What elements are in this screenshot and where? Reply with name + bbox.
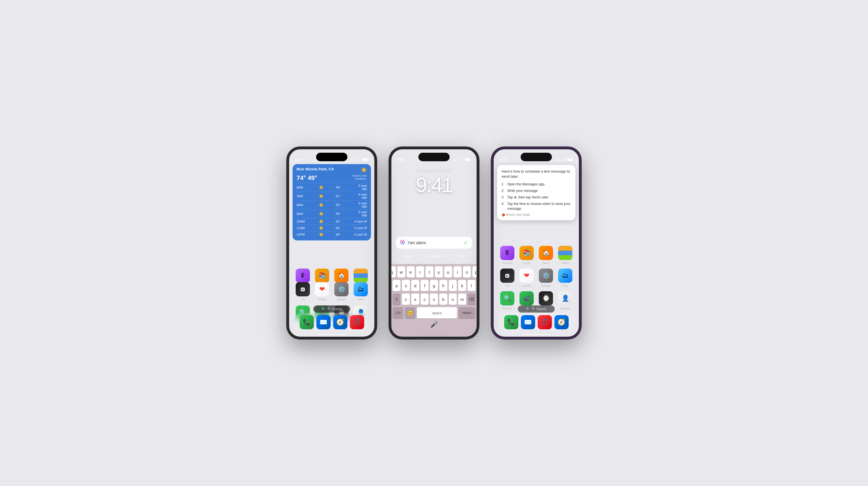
key-x[interactable]: x <box>411 294 419 305</box>
app-wallet-partial[interactable] <box>352 268 369 283</box>
key-emoji[interactable]: 😊 <box>405 307 415 319</box>
svg-rect-1 <box>368 159 369 160</box>
app-files-3[interactable]: 🗂 Files <box>557 268 574 287</box>
wallet-icon-partial <box>353 268 368 283</box>
dock-music[interactable]: 🎵 <box>348 315 365 329</box>
app-home-partial[interactable]: 🏠 <box>333 268 350 283</box>
siri-confirm-icon[interactable]: ✓ <box>464 239 468 246</box>
dock-3: 📞 ✉️ 🎵 🧭 <box>498 313 574 331</box>
key-o[interactable]: o <box>463 266 471 278</box>
app-books-3[interactable]: 📚 Books <box>518 246 535 264</box>
weather-row-11am: 11AM ☀️ 66° 5 mph W <box>297 225 367 231</box>
app-wallet-3[interactable]: Wallet <box>557 246 574 264</box>
app-home-3[interactable]: 🏠 Home <box>537 246 554 264</box>
key-j[interactable]: j <box>449 280 457 291</box>
siri-input-text[interactable]: 7am alarm <box>407 240 462 245</box>
app-row-3-2: tv TV ❤ Health ⚙️ Settings 🗂 Files <box>494 268 579 287</box>
news-col-label: News <box>538 239 555 242</box>
siri-step-3: 3 Tap ⊕, then tap Send Later. <box>502 195 571 200</box>
app-contacts-3[interactable]: 👤 Contacts <box>557 291 574 310</box>
key-m[interactable]: m <box>458 294 466 305</box>
key-e[interactable]: e <box>407 266 415 278</box>
key-t[interactable]: t <box>426 266 433 278</box>
appstore-col-label: App Store <box>558 239 575 242</box>
key-123[interactable]: 123 <box>393 307 403 319</box>
key-l[interactable]: l <box>467 280 475 291</box>
key-s[interactable]: s <box>402 280 410 291</box>
app-books-partial[interactable]: 📚 <box>314 268 331 283</box>
weather-row-6am: 6AM ☀️ 49° 5 mph NW <box>297 183 367 192</box>
home-icon-3: 🏠 <box>539 246 553 260</box>
signal-icon-3: ●●● <box>556 158 561 162</box>
weather-sun-icon: ☀️ <box>361 167 367 173</box>
key-v[interactable]: v <box>430 294 438 305</box>
app-row-3-1: 🎙 Podcasts 📚 Books 🏠 Home <box>494 246 579 264</box>
app-tv-3[interactable]: tv TV <box>499 268 516 287</box>
app-tv[interactable]: tv TV <box>294 282 311 300</box>
app-findmy-3[interactable]: 🔍 Find My <box>499 291 516 310</box>
key-shift[interactable]: ⇧ <box>393 294 401 305</box>
dock-safari-3[interactable]: 🧭 <box>553 315 570 329</box>
app-settings[interactable]: ⚙️ Settings <box>333 282 350 300</box>
app-settings-3[interactable]: ⚙️ Settings <box>537 268 554 287</box>
key-a[interactable]: a <box>393 280 401 291</box>
autocomplete-for[interactable]: for <box>458 253 467 259</box>
key-f[interactable]: f <box>421 280 429 291</box>
files-label: Files <box>358 297 363 300</box>
key-p[interactable]: p <box>472 266 477 278</box>
music-icon-3: 🎵 <box>538 315 552 329</box>
siri-search-bar[interactable]: 7am alarm ✓ <box>396 237 472 249</box>
key-g[interactable]: g <box>430 280 438 291</box>
search-bar-3[interactable]: 🔍 🔍 Search <box>518 305 555 313</box>
tv-label: TV <box>301 297 305 300</box>
tv-label-3: TV <box>505 284 509 287</box>
key-return[interactable]: return <box>458 307 475 319</box>
weather-row-9am: 9AM ☀️ 59° 3 mph NW <box>297 209 367 218</box>
home-label-3: Home <box>542 261 549 264</box>
health-icon: ❤ <box>315 282 329 296</box>
key-z[interactable]: z <box>402 294 410 305</box>
key-k[interactable]: k <box>458 280 466 291</box>
key-u[interactable]: u <box>444 266 452 278</box>
dock-music-3[interactable]: 🎵 <box>536 315 553 329</box>
weather-temps: 74° 49° <box>297 174 317 182</box>
key-q[interactable]: q <box>392 266 396 278</box>
app-podcasts-3[interactable]: 🎙 Podcasts <box>499 246 516 264</box>
wallet-label-3: Wallet <box>562 261 569 264</box>
dock-safari[interactable]: 🧭 <box>332 315 348 329</box>
key-i[interactable]: i <box>454 266 462 278</box>
key-w[interactable]: w <box>397 266 405 278</box>
app-podcasts-partial[interactable]: 🎙 <box>294 268 311 283</box>
microphone-icon[interactable]: 🎤 <box>430 321 438 328</box>
dock-mail-3[interactable]: ✉️ <box>520 315 536 329</box>
phone-1: 9:41 ●●● Muir Woods Park, CA ☀️ <box>286 147 377 339</box>
search-bar-1[interactable]: 🔍 🔍 Search <box>313 305 350 313</box>
settings-icon-3: ⚙️ <box>539 268 553 283</box>
keyboard-row-1: q w e r t y u i o p <box>393 266 475 278</box>
key-d[interactable]: d <box>411 280 419 291</box>
siri-bubble: Here's how to schedule a text message to… <box>497 165 576 220</box>
app-files[interactable]: 🗂 Files <box>352 282 369 300</box>
key-c[interactable]: c <box>421 294 429 305</box>
weather-widget[interactable]: Muir Woods Park, CA ☀️ 74° 49° Expect cl… <box>292 164 371 240</box>
key-y[interactable]: y <box>435 266 443 278</box>
app-health[interactable]: ❤ Health <box>314 282 331 300</box>
contacts-label-3: Contacts <box>560 306 570 310</box>
key-space[interactable]: space <box>417 307 457 319</box>
key-b[interactable]: b <box>439 294 447 305</box>
app-health-3[interactable]: ❤ Health <box>518 268 535 287</box>
key-h[interactable]: h <box>439 280 447 291</box>
dock-phone[interactable]: 📞 <box>298 315 315 329</box>
autocomplete-please[interactable]: please <box>425 253 447 259</box>
key-n[interactable]: n <box>449 294 457 305</box>
mail-icon: ✉️ <box>316 315 331 329</box>
key-delete[interactable]: ⌫ <box>467 294 475 305</box>
key-r[interactable]: r <box>416 266 424 278</box>
dock-phone-3[interactable]: 📞 <box>503 315 520 329</box>
health-label: Health <box>318 297 326 300</box>
dock-mail[interactable]: ✉️ <box>315 315 332 329</box>
autocomplete-clock[interactable]: clock <box>401 253 414 259</box>
svg-rect-10 <box>567 159 572 161</box>
svg-rect-5 <box>465 159 469 161</box>
files-icon: 🗂 <box>353 282 368 296</box>
